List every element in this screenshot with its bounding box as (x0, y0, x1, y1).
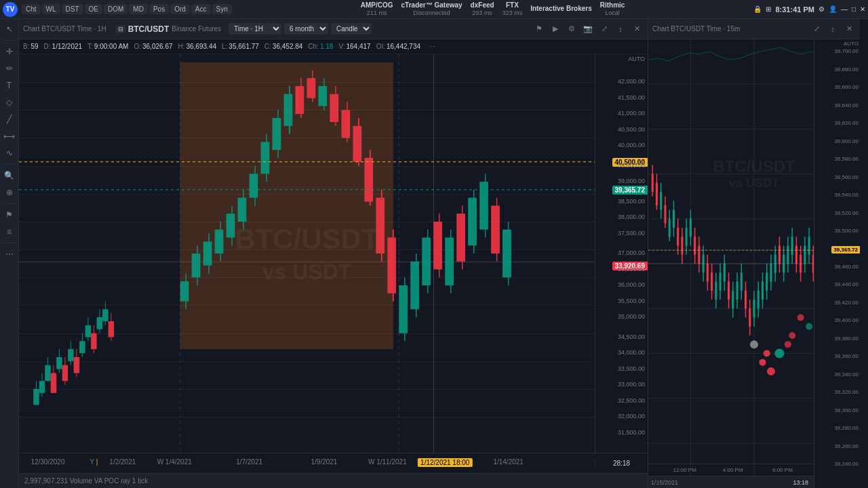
svg-rect-158 (766, 272, 768, 290)
tool-sep-1 (3, 40, 16, 41)
tool-crosshair[interactable]: ✛ (2, 44, 17, 59)
chart-exchange: Binance Futures (172, 25, 221, 33)
btn-cht[interactable]: Cht (22, 4, 41, 14)
close-chart-btn[interactable]: ✕ (630, 22, 644, 36)
right-chart-fullscreen[interactable]: ⤢ (810, 22, 823, 36)
time-label-111: W 1/11/2021 (368, 458, 407, 466)
svg-rect-116 (677, 228, 679, 245)
tool-fib[interactable]: ∿ (2, 146, 17, 161)
rp-4: 39,640.00 (834, 102, 859, 108)
tool-shapes[interactable]: ◇ (2, 95, 17, 110)
time-label-y: Y | (90, 458, 98, 466)
settings-btn[interactable]: ⚙ (565, 22, 578, 36)
right-chart-close[interactable]: ✕ (842, 22, 856, 36)
tool-cursor[interactable]: ↖ (2, 22, 17, 37)
settings-icon[interactable]: ⚙ (818, 5, 825, 13)
maximize-icon[interactable]: □ (852, 5, 856, 13)
grid-line-2 (19, 110, 595, 110)
symbol-area: ⊟ BTC/USDT Binance Futures | Time · 1H T… (116, 23, 372, 35)
volume-profile-svg (19, 54, 595, 453)
close-icon[interactable]: ✕ (860, 5, 865, 13)
svg-rect-56 (330, 94, 338, 122)
broker-ctrader[interactable]: cTrader™ Gateway Disconnected (401, 1, 462, 17)
replay-btn[interactable]: ▶ (549, 22, 562, 36)
tool-order[interactable]: ≡ (2, 224, 17, 239)
btn-syn[interactable]: Syn (212, 4, 232, 14)
current-time: 8:31:41 PM (775, 5, 814, 14)
bar-close: C: 36,452.84 (264, 43, 303, 50)
broker-rithmic[interactable]: Rithmic Local (600, 1, 625, 17)
tool-draw[interactable]: ✏ (2, 61, 17, 76)
top-right-controls: 🔒 ⊞ 8:31:41 PM ⚙ 👤 — □ ✕ (753, 5, 865, 14)
broker-ftx[interactable]: FTX 323 ms (502, 1, 523, 17)
btn-md[interactable]: MD (129, 4, 148, 14)
btn-pos[interactable]: Pos (149, 4, 169, 14)
btn-acc[interactable]: Acc (191, 4, 211, 14)
btn-wl[interactable]: WL (42, 4, 60, 14)
alert-btn[interactable]: ⚑ (532, 22, 546, 36)
svg-rect-124 (694, 237, 696, 254)
right-chart-area[interactable]: BTC/USDT vs USDT (648, 39, 860, 488)
svg-rect-118 (681, 237, 683, 254)
time-label-14: W 1/4/2021 (157, 458, 192, 466)
btn-dom[interactable]: DOM (104, 4, 127, 14)
timeframe-select[interactable]: Time · 1H Time · 15m Time · 4H Time · 1D (229, 23, 281, 35)
crosshair-v (433, 54, 434, 453)
logo[interactable]: TV (3, 2, 18, 17)
fullscreen-btn[interactable]: ⤢ (597, 22, 611, 36)
svg-rect-6 (45, 365, 50, 382)
price-tag-green: 39,365.72 (612, 186, 648, 195)
svg-rect-62 (364, 158, 373, 202)
svg-rect-170 (791, 237, 793, 254)
right-chart-expand[interactable]: ↕ (826, 22, 840, 36)
rp-18: 39,360.00 (834, 353, 859, 359)
period-select[interactable]: 6 month 1 month 3 month 1 year (284, 23, 328, 35)
svg-rect-130 (707, 264, 709, 281)
broker-ib[interactable]: Interactive Brokers (530, 5, 592, 13)
price-34000: 34,000.00 (618, 349, 645, 356)
chart-canvas[interactable]: BTC/USDT vs USDT (19, 54, 595, 453)
expand-btn[interactable]: ↕ (614, 22, 627, 36)
grid-line-13 (19, 417, 595, 418)
price-35500: 35,500.00 (618, 298, 645, 304)
tool-measure[interactable]: ⟷ (2, 129, 17, 144)
btn-ord[interactable]: Ord (170, 4, 190, 14)
tool-text[interactable]: T (2, 78, 17, 93)
svg-rect-20 (85, 325, 91, 338)
chart-type-select[interactable]: Candle Bar Line Area (331, 23, 372, 35)
svg-rect-32 (192, 253, 201, 277)
tool-magnet[interactable]: ⊕ (2, 185, 17, 200)
svg-rect-138 (724, 264, 726, 281)
user-icon[interactable]: 👤 (829, 5, 837, 13)
main-area: ↖ ✛ ✏ T ◇ ╱ ⟷ ∿ 🔍 ⊕ ⚑ ≡ ⋯ Chart BTC/USDT… (0, 19, 868, 488)
svg-rect-26 (102, 309, 108, 321)
stats-bar: 2,997,907.231 Volume VA POC ray 1 tick (19, 473, 648, 488)
svg-rect-86 (502, 230, 511, 278)
price-33000: 33,000.00 (618, 381, 645, 388)
camera-btn[interactable]: 📷 (581, 22, 595, 36)
right-time-1: 12:00 PM (673, 467, 696, 473)
btn-oe[interactable]: OE (85, 4, 102, 14)
svg-rect-134 (715, 281, 717, 299)
chart-symbol[interactable]: BTC/USDT (128, 24, 170, 34)
tool-zoom[interactable]: 🔍 (2, 168, 17, 183)
right-watermark: BTC/USDT vs USDT (713, 157, 795, 190)
rp-17: 39,380.00 (834, 336, 859, 342)
broker-amp[interactable]: AMP/COG 211 ms (361, 1, 393, 17)
layout-icon: ⊞ (766, 5, 771, 13)
right-time-3: 8:00 PM (772, 467, 793, 473)
minimize-icon[interactable]: — (841, 5, 848, 13)
svg-rect-110 (664, 205, 666, 223)
svg-point-210 (797, 314, 804, 321)
price-34500: 34,500.00 (618, 333, 645, 340)
tool-alert[interactable]: ⚑ (2, 207, 17, 222)
btn-dst[interactable]: DST (62, 4, 83, 14)
auto-label: AUTO (628, 56, 645, 62)
time-cursor-label: 28:18 (595, 460, 648, 467)
tool-line[interactable]: ╱ (2, 112, 17, 127)
broker-dxfeed[interactable]: dxFeed 293 ms (471, 1, 494, 17)
price-40000: 40,000.00 (618, 142, 645, 148)
svg-rect-66 (387, 237, 396, 293)
svg-rect-14 (68, 349, 73, 361)
tool-more[interactable]: ⋯ (2, 247, 17, 262)
